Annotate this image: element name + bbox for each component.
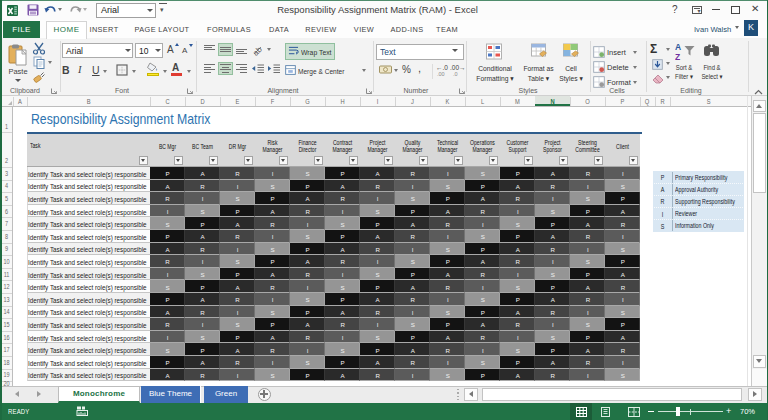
svg-text:Z: Z [675,52,680,62]
svg-text:ab: ab [252,45,264,56]
svg-text:A: A [675,42,681,52]
